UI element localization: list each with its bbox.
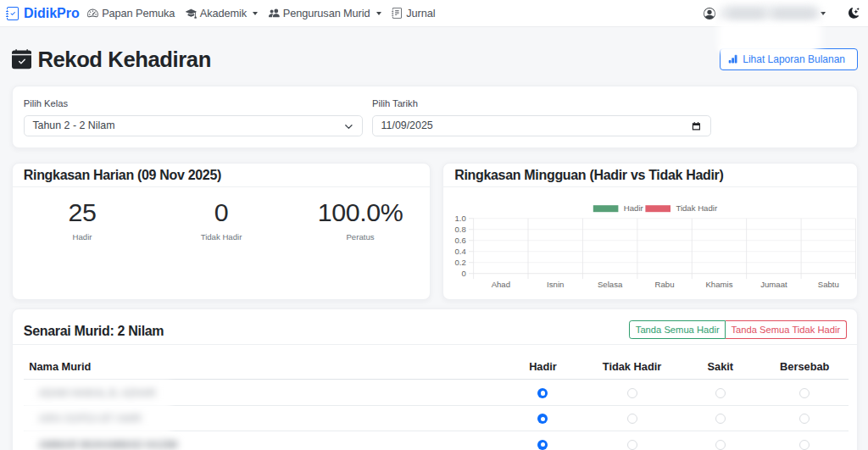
svg-text:0.8: 0.8 xyxy=(454,225,465,234)
svg-text:Jumaat: Jumaat xyxy=(760,280,787,289)
svg-text:Sabtu: Sabtu xyxy=(818,280,839,289)
svg-text:Hadir: Hadir xyxy=(624,203,644,213)
svg-text:Isnin: Isnin xyxy=(547,280,564,289)
svg-text:1.0: 1.0 xyxy=(454,214,465,223)
svg-text:0.2: 0.2 xyxy=(454,258,465,267)
svg-text:Rabu: Rabu xyxy=(655,280,675,289)
svg-text:Khamis: Khamis xyxy=(705,280,732,289)
svg-text:Ahad: Ahad xyxy=(492,280,510,289)
svg-text:Tidak Hadir: Tidak Hadir xyxy=(676,203,717,213)
svg-text:0.4: 0.4 xyxy=(454,247,466,256)
svg-text:0.6: 0.6 xyxy=(454,236,465,245)
svg-text:0: 0 xyxy=(461,269,465,278)
svg-text:Selasa: Selasa xyxy=(598,280,623,289)
